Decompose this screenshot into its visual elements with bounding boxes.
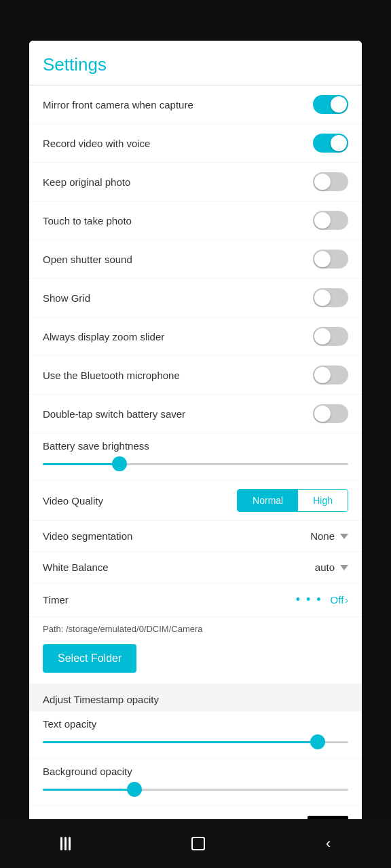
record-video-voice-toggle[interactable] — [313, 134, 348, 153]
double-tap-battery-toggle[interactable] — [313, 404, 348, 423]
white-balance-label: White Balance — [43, 561, 315, 573]
quality-high-button[interactable]: High — [298, 490, 348, 511]
text-opacity-row: Text opacity — [29, 711, 362, 758]
video-segmentation-dropdown[interactable]: None — [310, 530, 348, 542]
video-segmentation-value: None — [310, 530, 335, 542]
shutter-sound-toggle[interactable] — [313, 250, 348, 269]
home-button[interactable] — [191, 837, 205, 850]
background-opacity-row: Background opacity — [29, 759, 362, 806]
show-grid-toggle[interactable] — [313, 288, 348, 307]
shutter-sound-label: Open shutter sound — [43, 254, 313, 265]
timer-chevron-icon: › — [345, 595, 348, 606]
bluetooth-mic-toggle[interactable] — [313, 366, 348, 384]
show-grid-label: Show Grid — [43, 292, 313, 304]
timer-off-button[interactable]: Off › — [331, 594, 348, 606]
dialog-title: Settings — [43, 54, 107, 75]
recent-apps-button[interactable] — [60, 837, 71, 850]
timestamp-section-title: Adjust Timestamp opacity — [43, 694, 159, 705]
video-segmentation-arrow — [340, 534, 348, 539]
select-folder-row: Select Folder — [29, 637, 362, 684]
shutter-sound-row: Open shutter sound — [29, 240, 362, 278]
battery-brightness-label: Battery save brightness — [43, 440, 348, 452]
touch-to-take-label: Touch to take photo — [43, 215, 313, 226]
mirror-front-camera-row: Mirror front camera when capture — [29, 85, 362, 123]
always-zoom-slider-row: Always display zoom slider — [29, 317, 362, 355]
quality-normal-button[interactable]: Normal — [238, 490, 298, 511]
always-zoom-slider-toggle[interactable] — [313, 327, 348, 346]
white-balance-arrow — [340, 565, 348, 570]
always-zoom-slider-label: Always display zoom slider — [43, 331, 313, 342]
video-quality-buttons: Normal High — [237, 489, 348, 512]
path-text: Path: /storage/emulated/0/DCIM/Camera — [43, 624, 203, 634]
record-video-voice-label: Record video with voice — [43, 138, 313, 149]
timestamp-section-header: Adjust Timestamp opacity — [29, 684, 362, 711]
white-balance-dropdown[interactable]: auto — [315, 561, 348, 573]
video-segmentation-label: Video segmentation — [43, 530, 310, 542]
white-balance-row: White Balance auto — [29, 552, 362, 583]
show-grid-row: Show Grid — [29, 279, 362, 317]
dialog-body: Mirror front camera when capture Record … — [29, 85, 362, 827]
touch-to-take-row: Touch to take photo — [29, 201, 362, 239]
bluetooth-mic-row: Use the Bluetooth microphone — [29, 356, 362, 394]
background-opacity-label: Background opacity — [43, 766, 348, 777]
path-row: Path: /storage/emulated/0/DCIM/Camera — [29, 617, 362, 637]
back-button[interactable]: › — [326, 835, 331, 852]
battery-brightness-slider[interactable] — [43, 457, 348, 471]
touch-to-take-toggle[interactable] — [313, 211, 348, 230]
battery-brightness-row: Battery save brightness — [29, 433, 362, 480]
double-tap-battery-row: Double-tap switch battery saver — [29, 395, 362, 433]
keep-original-photo-label: Keep original photo — [43, 176, 313, 188]
timer-dots-button[interactable]: • • • — [296, 593, 322, 607]
video-quality-row: Video Quality Normal High — [29, 481, 362, 520]
nav-bar: › — [0, 819, 391, 868]
record-video-voice-row: Record video with voice — [29, 124, 362, 162]
timer-label: Timer — [43, 594, 296, 606]
keep-original-photo-row: Keep original photo — [29, 163, 362, 201]
mirror-front-camera-toggle[interactable] — [313, 95, 348, 114]
bluetooth-mic-label: Use the Bluetooth microphone — [43, 370, 313, 381]
keep-original-photo-toggle[interactable] — [313, 172, 348, 191]
background-opacity-slider[interactable] — [43, 783, 348, 796]
settings-dialog: Settings Mirror front camera when captur… — [29, 41, 362, 827]
double-tap-battery-label: Double-tap switch battery saver — [43, 408, 313, 420]
dialog-header: Settings — [29, 41, 362, 85]
text-opacity-label: Text opacity — [43, 718, 348, 730]
text-opacity-slider[interactable] — [43, 735, 348, 749]
mirror-front-camera-label: Mirror front camera when capture — [43, 99, 313, 111]
timer-row: Timer • • • Off › — [29, 583, 362, 616]
video-quality-label: Video Quality — [43, 495, 237, 507]
video-segmentation-row: Video segmentation None — [29, 521, 362, 551]
select-folder-button[interactable]: Select Folder — [43, 644, 136, 673]
timer-off-value: Off — [331, 594, 344, 606]
white-balance-value: auto — [315, 561, 335, 573]
